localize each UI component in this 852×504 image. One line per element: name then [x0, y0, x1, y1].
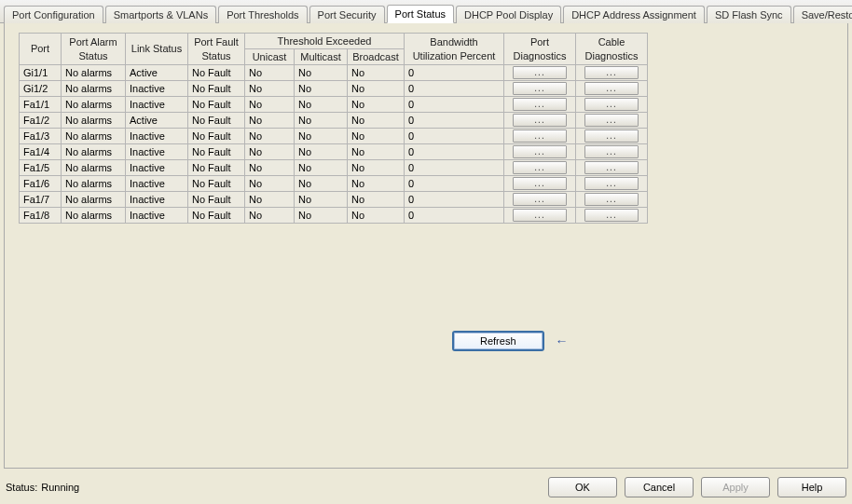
cell-cable-diagnostics: ...	[576, 129, 648, 144]
cell-link-status: Inactive	[126, 81, 188, 97]
cell-link-status: Inactive	[126, 144, 188, 160]
cell-unicast: No	[245, 192, 295, 208]
cell-port-alarm-status: No alarms	[62, 176, 126, 192]
tab-port-configuration[interactable]: Port Configuration	[4, 6, 103, 23]
th-bandwidth-util[interactable]: Bandwidth Utilization Percent	[405, 34, 504, 65]
tab-port-thresholds[interactable]: Port Thresholds	[218, 6, 307, 23]
tab-port-security[interactable]: Port Security	[309, 6, 385, 23]
table-row[interactable]: Fa1/1No alarmsInactiveNo FaultNoNoNo0...…	[20, 97, 648, 113]
cable-diagnostics-button[interactable]: ...	[584, 129, 639, 143]
cell-port: Gi1/2	[20, 81, 62, 97]
cell-broadcast: No	[348, 144, 405, 160]
refresh-button[interactable]: Refresh	[452, 331, 544, 351]
cable-diagnostics-button[interactable]: ...	[584, 161, 639, 174]
ok-button[interactable]: OK	[548, 477, 617, 497]
th-broadcast[interactable]: Broadcast	[348, 49, 405, 65]
cell-multicast: No	[295, 144, 348, 160]
th-bw-l1: Bandwidth	[430, 36, 477, 48]
tab-sd-flash-sync[interactable]: SD Flash Sync	[707, 6, 791, 23]
help-button[interactable]: Help	[777, 477, 846, 497]
table-row[interactable]: Gi1/2No alarmsInactiveNo FaultNoNoNo0...…	[20, 81, 648, 97]
cell-port-alarm-status: No alarms	[62, 97, 126, 113]
th-port[interactable]: Port	[20, 34, 62, 65]
port-diagnostics-button[interactable]: ...	[513, 82, 567, 95]
th-threshold-exceeded[interactable]: Threshold Exceeded	[245, 34, 405, 49]
th-port-alarm-status[interactable]: Port Alarm Status	[62, 34, 126, 65]
port-diagnostics-button[interactable]: ...	[513, 145, 567, 158]
cell-port-alarm-status: No alarms	[62, 144, 126, 160]
port-status-table: Port Port Alarm Status Link Status Port …	[19, 33, 648, 224]
cell-port-alarm-status: No alarms	[62, 81, 126, 97]
cable-diagnostics-button[interactable]: ...	[584, 66, 639, 79]
table-row[interactable]: Fa1/5No alarmsInactiveNo FaultNoNoNo0...…	[20, 160, 648, 176]
cable-diagnostics-button[interactable]: ...	[584, 177, 639, 190]
cable-diagnostics-button[interactable]: ...	[584, 209, 639, 222]
tab-dhcp-pool-display[interactable]: DHCP Pool Display	[456, 6, 561, 23]
cell-port-fault-status: No Fault	[188, 208, 245, 224]
th-multicast[interactable]: Multicast	[295, 49, 348, 65]
port-diagnostics-button[interactable]: ...	[513, 209, 567, 222]
port-diagnostics-button[interactable]: ...	[513, 177, 567, 190]
cell-cable-diagnostics: ...	[576, 208, 648, 224]
th-unicast[interactable]: Unicast	[245, 49, 295, 65]
cell-port-alarm-status: No alarms	[62, 160, 126, 176]
table-row[interactable]: Fa1/8No alarmsInactiveNo FaultNoNoNo0...…	[20, 208, 648, 224]
port-diagnostics-button[interactable]: ...	[513, 161, 567, 174]
table-row[interactable]: Fa1/2No alarmsActiveNo FaultNoNoNo0.....…	[20, 113, 648, 129]
apply-button[interactable]: Apply	[701, 477, 770, 497]
th-fault-l2: Status	[201, 50, 230, 61]
th-link-status[interactable]: Link Status	[126, 34, 188, 65]
cell-cable-diagnostics: ...	[576, 97, 648, 113]
cable-diagnostics-button[interactable]: ...	[584, 193, 639, 206]
cell-port: Fa1/6	[20, 176, 62, 192]
th-port-diagnostics[interactable]: Port Diagnostics	[504, 34, 576, 65]
cell-port-fault-status: No Fault	[188, 97, 245, 113]
cell-port-fault-status: No Fault	[188, 113, 245, 129]
cable-diagnostics-button[interactable]: ...	[584, 82, 639, 95]
cell-port-fault-status: No Fault	[188, 160, 245, 176]
cell-link-status: Inactive	[126, 208, 188, 224]
table-row[interactable]: Fa1/7No alarmsInactiveNo FaultNoNoNo0...…	[20, 192, 648, 208]
table-row[interactable]: Gi1/1No alarmsActiveNo FaultNoNoNo0.....…	[20, 65, 648, 81]
cell-unicast: No	[245, 144, 295, 160]
arrow-left-icon: ←	[556, 334, 569, 348]
cell-port-diagnostics: ...	[504, 160, 576, 176]
cell-cable-diagnostics: ...	[576, 144, 648, 160]
th-fault-l1: Port Fault	[194, 36, 239, 48]
port-diagnostics-button[interactable]: ...	[513, 193, 567, 206]
th-bw-l2: Utilization Percent	[413, 50, 496, 61]
cell-broadcast: No	[348, 208, 405, 224]
status-bar: Status: Running OK Cancel Apply Help	[6, 474, 846, 500]
cancel-button[interactable]: Cancel	[625, 477, 694, 497]
cell-port: Fa1/5	[20, 160, 62, 176]
cell-multicast: No	[295, 208, 348, 224]
port-diagnostics-button[interactable]: ...	[513, 114, 567, 127]
table-row[interactable]: Fa1/3No alarmsInactiveNo FaultNoNoNo0...…	[20, 129, 648, 144]
th-port-fault-status[interactable]: Port Fault Status	[188, 34, 245, 65]
content-panel: Port Port Alarm Status Link Status Port …	[4, 23, 848, 469]
cell-bandwidth-util: 0	[405, 192, 504, 208]
tab-port-status[interactable]: Port Status	[387, 5, 454, 23]
tab-save-restore[interactable]: Save/Restore	[793, 6, 852, 23]
cell-cable-diagnostics: ...	[576, 65, 648, 81]
table-row[interactable]: Fa1/6No alarmsInactiveNo FaultNoNoNo0...…	[20, 176, 648, 192]
cell-bandwidth-util: 0	[405, 208, 504, 224]
port-diagnostics-button[interactable]: ...	[513, 129, 567, 143]
cell-broadcast: No	[348, 176, 405, 192]
cell-unicast: No	[245, 81, 295, 97]
cell-unicast: No	[245, 129, 295, 144]
cell-port-fault-status: No Fault	[188, 192, 245, 208]
cable-diagnostics-button[interactable]: ...	[584, 114, 639, 127]
table-row[interactable]: Fa1/4No alarmsInactiveNo FaultNoNoNo0...…	[20, 144, 648, 160]
port-diagnostics-button[interactable]: ...	[513, 66, 567, 79]
port-diagnostics-button[interactable]: ...	[513, 98, 567, 111]
cell-port: Fa1/1	[20, 97, 62, 113]
cable-diagnostics-button[interactable]: ...	[584, 98, 639, 111]
cell-unicast: No	[245, 97, 295, 113]
status-prefix: Status:	[6, 482, 37, 493]
cable-diagnostics-button[interactable]: ...	[584, 145, 639, 158]
tab-smartports-vlans[interactable]: Smartports & VLANs	[105, 6, 216, 23]
th-cable-diagnostics[interactable]: Cable Diagnostics	[576, 34, 648, 65]
cell-cable-diagnostics: ...	[576, 113, 648, 129]
tab-dhcp-address-assignment[interactable]: DHCP Address Assignment	[563, 6, 705, 23]
